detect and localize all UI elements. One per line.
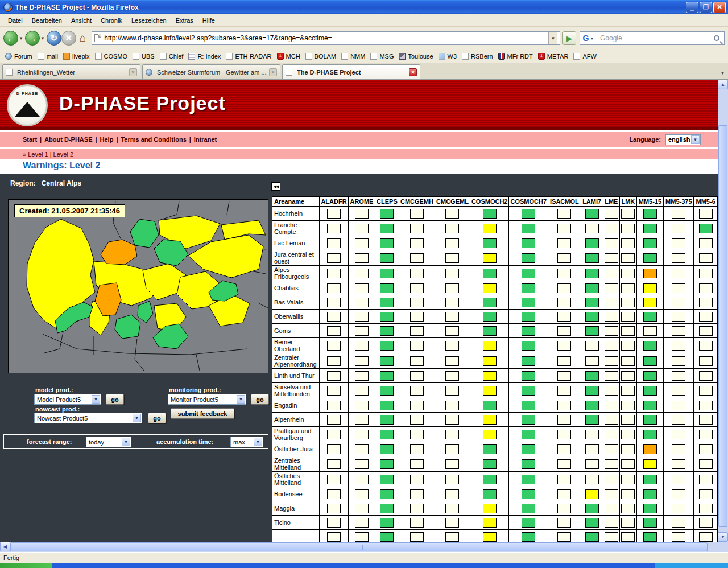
warning-cell-none[interactable] <box>327 518 341 528</box>
warning-cell-orange[interactable] <box>643 269 657 278</box>
warning-cell-green[interactable] <box>522 475 535 484</box>
warning-cell-green[interactable] <box>522 269 535 278</box>
warning-cell-green[interactable] <box>643 224 657 233</box>
warning-cell-none[interactable] <box>410 371 424 381</box>
warning-cell-green[interactable] <box>380 283 394 293</box>
warning-cell-green[interactable] <box>483 459 497 469</box>
warning-cell-none[interactable] <box>699 459 713 469</box>
warning-cell-none[interactable] <box>445 371 459 381</box>
bookmark-w3[interactable]: W3 <box>437 52 461 61</box>
warning-cell-green[interactable] <box>643 341 657 351</box>
warning-cell-none[interactable] <box>672 341 685 351</box>
warning-cell-none[interactable] <box>445 504 459 513</box>
warning-cell-none[interactable] <box>621 401 635 410</box>
warning-cell-none[interactable] <box>355 209 369 219</box>
warning-cell-green[interactable] <box>585 401 599 410</box>
menu-item-lesezeichen[interactable]: Lesezeichen <box>127 15 171 26</box>
bookmark-mch[interactable]: MCH <box>275 52 304 61</box>
warning-cell-none[interactable] <box>557 356 571 366</box>
menu-item-datei[interactable]: Datei <box>3 15 27 26</box>
warning-cell-green[interactable] <box>522 341 535 351</box>
bookmark-afw[interactable]: AFW <box>572 52 599 61</box>
monitoring-go-button[interactable]: go <box>251 394 269 405</box>
warning-cell-none[interactable] <box>605 444 618 454</box>
warning-cell-none[interactable] <box>672 504 685 513</box>
chevron-down-icon[interactable]: ▼ <box>237 395 245 404</box>
warning-cell-none[interactable] <box>699 356 713 366</box>
warning-cell-none[interactable] <box>445 475 459 484</box>
warning-cell-none[interactable] <box>327 504 341 513</box>
warning-cell-none[interactable] <box>605 532 618 542</box>
warning-cell-none[interactable] <box>445 401 459 410</box>
warning-cell-none[interactable] <box>355 238 369 248</box>
nav-link-about-d-phase[interactable]: About D-PHASE <box>44 136 92 143</box>
warning-cell-none[interactable] <box>327 459 341 469</box>
warning-cell-none[interactable] <box>445 518 459 528</box>
warning-cell-none[interactable] <box>585 459 599 469</box>
warning-cell-none[interactable] <box>355 253 369 263</box>
warning-cell-none[interactable] <box>643 326 657 336</box>
warning-cell-none[interactable] <box>557 238 571 248</box>
warning-cell-none[interactable] <box>557 459 571 469</box>
warning-cell-none[interactable] <box>621 489 635 499</box>
warning-cell-none[interactable] <box>445 253 459 263</box>
warning-cell-none[interactable] <box>355 475 369 484</box>
vertical-scrollbar[interactable]: ▲ ▼ <box>718 80 728 542</box>
warning-cell-none[interactable] <box>327 253 341 263</box>
warning-cell-none[interactable] <box>672 312 685 322</box>
forward-dropdown-icon[interactable]: ▼ <box>40 36 45 41</box>
warning-cell-none[interactable] <box>557 326 571 336</box>
warning-cell-green[interactable] <box>380 386 394 396</box>
warning-cell-yellow[interactable] <box>483 283 497 293</box>
warning-cell-green[interactable] <box>522 401 535 410</box>
warning-cell-green[interactable] <box>585 283 599 293</box>
warning-cell-none[interactable] <box>557 341 571 351</box>
warning-cell-none[interactable] <box>445 312 459 322</box>
warning-cell-green[interactable] <box>522 489 535 499</box>
warning-cell-green[interactable] <box>483 489 497 499</box>
warning-cell-green[interactable] <box>522 224 535 233</box>
warning-cell-green[interactable] <box>380 371 394 381</box>
warning-cell-green[interactable] <box>483 401 497 410</box>
warning-cell-none[interactable] <box>410 532 424 542</box>
warning-cell-yellow[interactable] <box>483 341 497 351</box>
warning-cell-none[interactable] <box>621 371 635 381</box>
warning-cell-none[interactable] <box>621 269 635 278</box>
home-button[interactable]: ⌂ <box>80 32 86 44</box>
start-button[interactable] <box>0 563 52 568</box>
warning-cell-green[interactable] <box>643 504 657 513</box>
nav-link-intranet[interactable]: Intranet <box>194 136 217 143</box>
warning-cell-none[interactable] <box>672 415 685 425</box>
warning-cell-none[interactable] <box>355 386 369 396</box>
warning-cell-yellow[interactable] <box>483 532 497 542</box>
warning-cell-green[interactable] <box>522 459 535 469</box>
warning-cell-green[interactable] <box>380 269 394 278</box>
warning-cell-green[interactable] <box>522 356 535 366</box>
warning-cell-none[interactable] <box>445 386 459 396</box>
warning-cell-none[interactable] <box>672 253 685 263</box>
warning-cell-none[interactable] <box>327 326 341 336</box>
warning-cell-none[interactable] <box>605 489 618 499</box>
warning-cell-green[interactable] <box>643 312 657 322</box>
horizontal-scroll-thumb[interactable] <box>10 542 708 551</box>
warning-cell-green[interactable] <box>643 386 657 396</box>
warning-cell-none[interactable] <box>621 326 635 336</box>
warning-cell-none[interactable] <box>605 386 618 396</box>
warning-cell-none[interactable] <box>621 415 635 425</box>
warning-cell-none[interactable] <box>445 298 459 307</box>
warning-cell-none[interactable] <box>699 415 713 425</box>
warning-cell-green[interactable] <box>380 532 394 542</box>
bookmark-forum[interactable]: Forum <box>3 52 36 61</box>
warning-cell-none[interactable] <box>327 341 341 351</box>
warning-cell-none[interactable] <box>355 269 369 278</box>
warning-cell-none[interactable] <box>699 371 713 381</box>
warning-cell-none[interactable] <box>605 401 618 410</box>
menu-item-extras[interactable]: Extras <box>171 15 198 26</box>
warning-cell-yellow[interactable] <box>483 504 497 513</box>
warning-cell-green[interactable] <box>585 298 599 307</box>
model-go-button[interactable]: go <box>106 394 124 405</box>
warning-cell-none[interactable] <box>621 356 635 366</box>
warning-cell-none[interactable] <box>621 475 635 484</box>
warning-cell-yellow[interactable] <box>483 224 497 233</box>
nav-link-start[interactable]: Start <box>23 136 37 143</box>
